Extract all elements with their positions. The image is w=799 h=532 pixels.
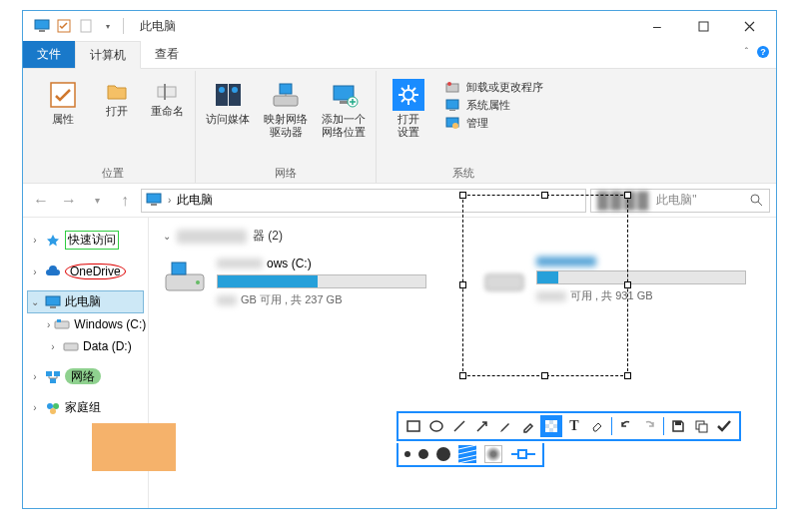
doc-qat-icon[interactable] bbox=[77, 17, 95, 35]
sysprops-icon bbox=[444, 97, 460, 113]
rename-button[interactable]: 重命名 bbox=[145, 75, 189, 164]
svg-rect-33 bbox=[57, 319, 61, 322]
mosaic-tool-button[interactable] bbox=[540, 415, 562, 437]
size-large-button[interactable] bbox=[436, 447, 450, 461]
search-box[interactable]: ████ 此电脑" bbox=[590, 189, 770, 213]
size-small-button[interactable] bbox=[404, 451, 410, 457]
window-title: 此电脑 bbox=[140, 18, 176, 35]
tree-drive-c[interactable]: › Windows (C:) bbox=[45, 313, 144, 335]
chevron-down-icon: ⌄ bbox=[163, 231, 171, 242]
close-button[interactable] bbox=[726, 11, 772, 41]
svg-rect-14 bbox=[274, 96, 298, 106]
ellipse-tool-button[interactable] bbox=[425, 415, 447, 437]
tree-onedrive[interactable]: › OneDrive bbox=[27, 261, 144, 282]
ribbon-group-network: 访问媒体 映射网络 驱动器 添加一个 网络位置 网络 bbox=[196, 71, 377, 183]
nav-up-button[interactable]: ↑ bbox=[113, 189, 137, 213]
arrow-tool-button[interactable] bbox=[471, 415, 493, 437]
slider-icon[interactable] bbox=[510, 447, 536, 461]
svg-rect-35 bbox=[46, 371, 52, 376]
blur-pattern-button[interactable] bbox=[484, 445, 502, 463]
properties-button[interactable]: 属性 bbox=[37, 75, 89, 164]
svg-point-40 bbox=[50, 408, 56, 414]
svg-rect-34 bbox=[64, 343, 78, 350]
title-separator bbox=[123, 18, 124, 34]
minimize-button[interactable]: – bbox=[634, 11, 680, 41]
save-button[interactable] bbox=[667, 415, 689, 437]
chevron-right-icon: › bbox=[29, 235, 41, 246]
open-icon bbox=[105, 79, 129, 103]
tree-homegroup[interactable]: › 家庭组 bbox=[27, 396, 144, 419]
drive-item-c[interactable]: ows (C:) GB 可用 , 共 237 GB bbox=[163, 257, 442, 307]
titlebar: ▾ 此电脑 – bbox=[23, 11, 776, 41]
cloud-icon bbox=[45, 264, 61, 279]
mosaic-pattern-button[interactable] bbox=[458, 445, 476, 463]
help-icon[interactable]: ? bbox=[756, 45, 770, 59]
map-drive-button[interactable]: 映射网络 驱动器 bbox=[260, 75, 312, 164]
access-media-button[interactable]: 访问媒体 bbox=[202, 75, 254, 164]
tree-quick-access[interactable]: › 快速访问 bbox=[27, 228, 144, 253]
svg-rect-36 bbox=[54, 371, 60, 376]
group-label-system: 系统 bbox=[452, 164, 474, 183]
size-medium-button[interactable] bbox=[418, 449, 428, 459]
svg-rect-44 bbox=[485, 274, 523, 290]
tab-view[interactable]: 查看 bbox=[141, 41, 193, 68]
drives-group-header[interactable]: ⌄ 器 (2) bbox=[163, 228, 762, 245]
map-drive-icon bbox=[270, 79, 302, 111]
undo-button[interactable] bbox=[615, 415, 637, 437]
eraser-tool-button[interactable] bbox=[586, 415, 608, 437]
pen-tool-button[interactable] bbox=[494, 415, 516, 437]
svg-rect-28 bbox=[151, 204, 157, 206]
rename-icon bbox=[155, 79, 179, 103]
uninstall-programs-button[interactable]: 卸载或更改程序 bbox=[444, 79, 543, 95]
homegroup-label: 家庭组 bbox=[65, 399, 101, 416]
svg-rect-52 bbox=[553, 424, 557, 428]
chevron-right-icon: › bbox=[29, 266, 41, 277]
manage-button[interactable]: 管理 bbox=[444, 115, 543, 131]
drive-item-d[interactable]: 可用 , 共 931 GB bbox=[482, 257, 762, 307]
svg-rect-19 bbox=[393, 79, 424, 111]
ribbon-collapse-icon[interactable]: ˆ bbox=[745, 47, 748, 58]
qat-dropdown-icon[interactable]: ▾ bbox=[99, 17, 117, 35]
confirm-button[interactable] bbox=[713, 415, 735, 437]
svg-rect-58 bbox=[699, 424, 707, 432]
nav-recent-dropdown[interactable]: ▾ bbox=[85, 189, 109, 213]
add-network-icon bbox=[328, 79, 360, 111]
nav-forward-button[interactable]: → bbox=[57, 189, 81, 213]
line-tool-button[interactable] bbox=[448, 415, 470, 437]
redo-button[interactable] bbox=[638, 415, 660, 437]
system-properties-button[interactable]: 系统属性 bbox=[444, 97, 543, 113]
network-label: 网络 bbox=[65, 368, 101, 385]
tree-this-pc[interactable]: ⌄ 此电脑 bbox=[27, 290, 144, 313]
svg-rect-4 bbox=[699, 22, 708, 31]
nav-back-button[interactable]: ← bbox=[29, 189, 53, 213]
tree-drive-d[interactable]: › Data (D:) bbox=[45, 335, 144, 357]
svg-point-13 bbox=[232, 87, 238, 93]
tree-network[interactable]: › 网络 bbox=[27, 365, 144, 388]
copy-button[interactable] bbox=[690, 415, 712, 437]
svg-rect-37 bbox=[50, 378, 56, 383]
blurred-text bbox=[177, 230, 247, 244]
tab-computer[interactable]: 计算机 bbox=[75, 41, 141, 69]
svg-rect-31 bbox=[50, 306, 56, 308]
ribbon-tabs: 文件 计算机 查看 ˆ ? bbox=[23, 41, 776, 69]
address-bar[interactable]: › 此电脑 bbox=[141, 189, 586, 213]
text-tool-button[interactable]: T bbox=[563, 415, 585, 437]
toolbar-separator bbox=[663, 417, 664, 435]
properties-qat-icon[interactable] bbox=[55, 17, 73, 35]
drive-icon bbox=[163, 257, 207, 296]
chevron-right-icon: › bbox=[47, 319, 50, 330]
svg-rect-30 bbox=[46, 296, 60, 305]
open-settings-button[interactable]: 打开 设置 bbox=[383, 75, 434, 164]
group-label-location: 位置 bbox=[102, 164, 124, 183]
tab-file[interactable]: 文件 bbox=[23, 41, 75, 68]
maximize-button[interactable] bbox=[680, 11, 726, 41]
svg-rect-17 bbox=[340, 101, 348, 104]
onedrive-label: OneDrive bbox=[65, 264, 126, 279]
pc-icon bbox=[45, 294, 61, 310]
marker-tool-button[interactable] bbox=[517, 415, 539, 437]
add-network-button[interactable]: 添加一个 网络位置 bbox=[318, 75, 370, 164]
svg-text:?: ? bbox=[760, 47, 766, 57]
rect-tool-button[interactable] bbox=[402, 415, 424, 437]
tab-help-area: ˆ ? bbox=[745, 45, 770, 59]
open-button[interactable]: 打开 bbox=[95, 75, 139, 164]
